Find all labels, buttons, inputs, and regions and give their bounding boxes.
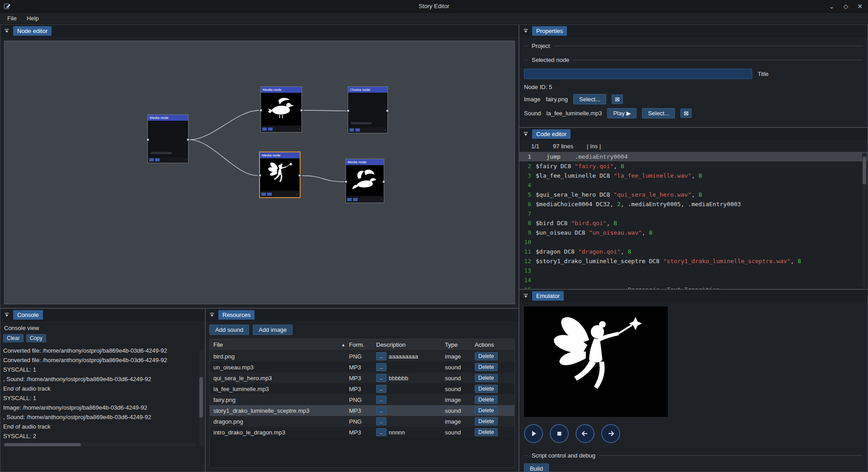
collapse-icon[interactable] [523,131,529,137]
log-line: Converted file: /home/anthony/ostproj/ba… [3,355,196,365]
clear-button[interactable]: Clear [3,334,24,342]
log-line: , Sound: /home/anthony/ostproj/ba869e4b-… [3,412,196,422]
sound-play-button[interactable]: Play ▶ [607,108,637,118]
collapse-icon[interactable] [523,293,529,299]
console-hscrollbar[interactable] [3,443,196,447]
sound-value: la_fee_luminelle.mp3 [547,110,602,117]
collapse-icon[interactable] [4,312,10,318]
properties-panel: Properties Project Selected node Title N… [519,24,868,127]
header-file[interactable]: File ▲ [210,341,349,348]
header-type[interactable]: Type [445,341,475,348]
cell-file: intro_drako_le_dragon.mp3 [210,429,349,436]
image-select-button[interactable]: Select... [573,94,606,104]
panel-title-emulator[interactable]: Emulator [532,291,564,301]
edit-description-button[interactable]: .. [376,385,387,393]
table-row[interactable]: fairy.pngPNG..imageDelete [210,394,514,405]
code-line: 3$la_fee_luminelle DC8 "la_fee_luminelle… [519,171,868,180]
table-row[interactable]: la_fee_luminelle.mp3MP3..soundDelete [210,383,514,394]
graph-node-bird[interactable]: Media node·· [260,86,302,132]
output-port[interactable] [386,109,389,112]
node-title: Media node [346,159,384,165]
edit-description-button[interactable]: .. [376,352,387,360]
build-button[interactable]: Build [524,463,549,472]
table-row[interactable]: un_oiseau.mp3MP3..soundDelete [210,362,514,373]
input-port[interactable] [344,180,347,183]
table-row[interactable]: qui_sera_le_hero.mp3MP3..bbbbbbsoundDele… [210,373,514,383]
edit-description-button[interactable]: .. [376,396,387,404]
graph-node-choice[interactable]: Choice node·· [348,86,388,133]
node-editor-panel: Node editor Media node··Media node··Choi… [0,24,519,308]
image-clear-button[interactable]: ⊠ [612,94,623,104]
panel-title-console[interactable]: Console [13,310,43,320]
properties-header: Properties [519,25,868,37]
input-port[interactable] [259,109,262,112]
close-icon[interactable]: ✕ [857,3,863,9]
empty-thumb [349,94,387,126]
code-area[interactable]: 1 jump .mediaEntry00042$fairy DC8 "fairy… [519,152,868,289]
title-input[interactable] [524,69,752,79]
copy-button[interactable]: Copy [26,334,46,342]
minimize-icon[interactable]: ⌄ [829,3,835,9]
edit-description-button[interactable]: .. [376,374,387,382]
header-actions[interactable]: Actions [475,341,511,348]
log-line: Converted file: /home/anthony/ostproj/ba… [3,346,196,355]
panel-title-node-editor[interactable]: Node editor [13,26,52,36]
delete-button[interactable]: Delete [475,385,498,393]
console-log[interactable]: Converted file: /home/anthony/ostproj/ba… [3,346,196,443]
graph-node-start[interactable]: Media node·· [147,114,189,163]
graph-node-fairy[interactable]: Media node·· [259,151,301,198]
output-port[interactable] [187,138,189,141]
node-canvas[interactable]: Media node··Media node··Choice node··Med… [4,41,515,304]
code-line: 1 jump .mediaEntry0004 [519,152,868,161]
panel-title-properties[interactable]: Properties [532,26,567,36]
edit-description-button[interactable]: .. [376,428,387,436]
sound-select-button[interactable]: Select... [642,108,675,118]
add-image-button[interactable]: Add image [253,325,292,335]
input-port[interactable] [347,109,349,112]
input-port[interactable] [259,174,261,177]
delete-button[interactable]: Delete [475,396,498,404]
step-back-button[interactable] [576,424,594,443]
panel-title-code-editor[interactable]: Code editor [532,129,571,139]
restore-icon[interactable]: ◇ [843,3,848,9]
delete-button[interactable]: Delete [475,406,498,415]
stop-button[interactable] [550,424,569,443]
sound-clear-button[interactable]: ⊠ [680,109,692,118]
delete-button[interactable]: Delete [475,363,498,371]
delete-button[interactable]: Delete [475,352,498,360]
edit-description-button[interactable]: .. [376,406,387,415]
menu-file[interactable]: File [3,14,21,23]
play-button[interactable] [524,424,543,443]
step-forward-button[interactable] [601,424,620,443]
table-row[interactable]: intro_drako_le_dragon.mp3MP3..nnnnnsound… [210,427,514,438]
output-port[interactable] [300,109,303,112]
output-port[interactable] [382,180,385,183]
edit-description-button[interactable]: .. [376,363,387,371]
edit-description-button[interactable]: .. [376,417,387,425]
input-port[interactable] [146,138,149,141]
code-line: 10 [519,237,868,247]
bird-thumb [262,94,301,125]
collapse-icon[interactable] [209,312,215,318]
panel-title-resources[interactable]: Resources [218,310,255,320]
menu-help[interactable]: Help [22,14,43,23]
node-title: Media node [148,115,188,121]
delete-button[interactable]: Delete [475,428,498,436]
code-vscrollbar[interactable] [862,153,867,288]
cell-format: MP3 [349,375,376,382]
table-row[interactable]: story1_drako_luminelle_sceptre.mp3MP3..s… [210,405,514,416]
header-description[interactable]: Description [376,341,445,348]
output-port[interactable] [298,174,301,177]
console-vscrollbar[interactable] [199,350,203,447]
collapse-icon[interactable] [523,28,529,34]
delete-button[interactable]: Delete [475,417,498,425]
node-title: Choice node [348,87,387,93]
delete-button[interactable]: Delete [475,374,498,382]
table-row[interactable]: bird.pngPNG..aaaaaaaaaimageDelete [210,351,514,362]
table-row[interactable]: dragon.pngPNG..imageDelete [210,416,514,427]
fairy-thumb [261,159,299,190]
header-format[interactable]: Form. [349,341,376,348]
collapse-icon[interactable] [4,28,10,34]
add-sound-button[interactable]: Add sound [209,325,249,335]
graph-node-dragon[interactable]: Media node·· [345,159,384,203]
